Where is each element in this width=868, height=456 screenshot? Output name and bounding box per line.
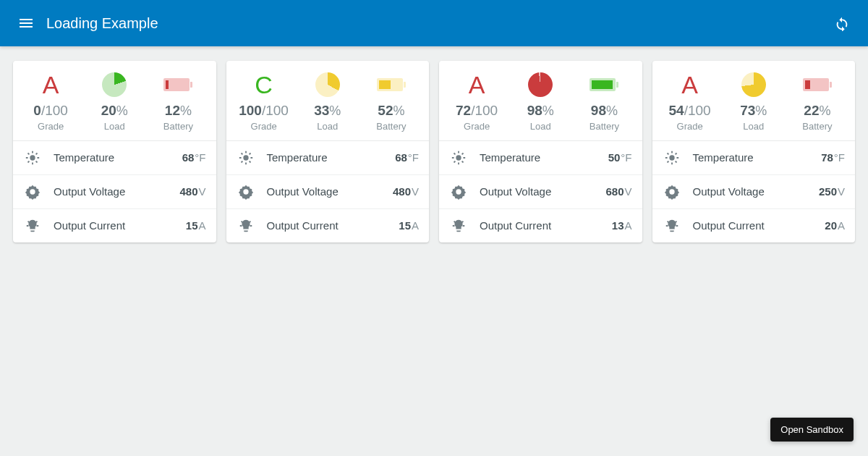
metric-value: 480V bbox=[179, 185, 205, 198]
metric-label: Output Current bbox=[267, 219, 399, 232]
grade-letter-icon: C bbox=[255, 72, 273, 97]
svg-line-25 bbox=[249, 221, 250, 222]
metric-voltage: Output Voltage 680V bbox=[439, 175, 642, 209]
metric-voltage: Output Voltage 250V bbox=[652, 175, 856, 209]
device-card: A 54/100 Grade 73% Load 22% Battery Temp… bbox=[652, 61, 856, 242]
sun-icon bbox=[663, 150, 681, 166]
refresh-icon bbox=[834, 15, 850, 31]
svg-line-5 bbox=[27, 153, 29, 154]
svg-line-8 bbox=[36, 153, 38, 154]
load-value: 73% bbox=[740, 103, 767, 119]
hero-grade: A 0/100 Grade bbox=[19, 71, 82, 132]
metric-value: 13A bbox=[612, 219, 632, 232]
hero-load: 33% Load bbox=[296, 71, 359, 132]
metric-value: 15A bbox=[186, 219, 206, 232]
load-label: Load bbox=[104, 121, 125, 132]
metric-value: 20A bbox=[825, 219, 845, 232]
metric-current: Output Current 13A bbox=[439, 209, 642, 242]
grade-letter-icon: A bbox=[43, 72, 59, 97]
device-card: A 0/100 Grade 20% Load 12% Battery Tempe… bbox=[13, 61, 216, 242]
svg-line-34 bbox=[462, 153, 464, 154]
svg-point-13 bbox=[243, 155, 248, 160]
metric-temperature: Temperature 68°F bbox=[226, 141, 430, 175]
metric-temperature: Temperature 78°F bbox=[652, 141, 856, 175]
refresh-button[interactable] bbox=[827, 9, 856, 38]
battery-label: Battery bbox=[590, 121, 619, 132]
metric-value: 78°F bbox=[821, 151, 845, 164]
grade-value: 54/100 bbox=[669, 103, 711, 119]
menu-icon bbox=[17, 14, 35, 32]
device-card: A 72/100 Grade 98% Load 98% Battery Temp… bbox=[439, 61, 642, 242]
svg-line-31 bbox=[454, 153, 455, 154]
device-card: C 100/100 Grade 33% Load 52% Battery Tem… bbox=[226, 61, 430, 242]
load-label: Load bbox=[743, 121, 764, 132]
load-value: 20% bbox=[101, 103, 128, 119]
svg-line-24 bbox=[241, 221, 242, 222]
svg-line-32 bbox=[462, 161, 464, 162]
card-grid: A 0/100 Grade 20% Load 12% Battery Tempe… bbox=[0, 46, 868, 257]
battery-label: Battery bbox=[802, 121, 832, 132]
hero-battery: 52% Battery bbox=[359, 71, 423, 132]
load-pie-icon bbox=[102, 72, 127, 97]
grade-label: Grade bbox=[677, 121, 703, 132]
battery-icon bbox=[377, 78, 406, 91]
metric-label: Output Voltage bbox=[480, 185, 605, 198]
gear-icon bbox=[237, 184, 255, 200]
sun-icon bbox=[237, 150, 255, 166]
metric-value: 250V bbox=[819, 185, 845, 198]
grade-value: 0/100 bbox=[33, 103, 68, 119]
bulb-icon bbox=[663, 218, 681, 234]
metric-value: 68°F bbox=[395, 151, 419, 164]
battery-value: 52% bbox=[378, 103, 404, 119]
hero-battery: 22% Battery bbox=[786, 71, 849, 132]
load-label: Load bbox=[317, 121, 338, 132]
svg-line-50 bbox=[667, 221, 668, 222]
svg-line-20 bbox=[241, 161, 242, 162]
battery-value: 12% bbox=[165, 103, 192, 119]
hero-battery: 98% Battery bbox=[572, 71, 636, 132]
metric-voltage: Output Voltage 480V bbox=[13, 175, 216, 209]
metric-label: Output Voltage bbox=[267, 185, 393, 198]
svg-line-7 bbox=[27, 161, 29, 162]
hero-row: A 0/100 Grade 20% Load 12% Battery bbox=[13, 61, 216, 141]
metric-temperature: Temperature 68°F bbox=[13, 141, 216, 175]
bulb-icon bbox=[449, 218, 468, 234]
gear-icon bbox=[23, 184, 42, 200]
svg-line-21 bbox=[249, 153, 250, 154]
load-value: 98% bbox=[527, 103, 554, 119]
svg-line-11 bbox=[28, 221, 30, 222]
metric-label: Output Current bbox=[480, 219, 612, 232]
hero-load: 73% Load bbox=[722, 71, 786, 132]
hero-row: C 100/100 Grade 33% Load 52% Battery bbox=[226, 61, 430, 141]
svg-line-47 bbox=[675, 153, 676, 154]
grade-letter-icon: A bbox=[681, 72, 698, 97]
hero-grade: A 72/100 Grade bbox=[445, 71, 509, 132]
grade-label: Grade bbox=[251, 121, 277, 132]
svg-line-12 bbox=[36, 221, 38, 222]
bulb-icon bbox=[237, 218, 255, 234]
battery-label: Battery bbox=[376, 121, 406, 132]
gear-icon bbox=[449, 184, 468, 200]
svg-point-26 bbox=[456, 155, 461, 160]
svg-line-18 bbox=[241, 153, 242, 154]
metric-current: Output Current 15A bbox=[226, 209, 430, 242]
load-pie-icon bbox=[315, 72, 340, 97]
menu-button[interactable] bbox=[12, 9, 41, 38]
metric-label: Temperature bbox=[267, 151, 396, 164]
sun-icon bbox=[23, 150, 42, 166]
battery-value: 22% bbox=[804, 103, 830, 119]
battery-icon bbox=[590, 78, 618, 91]
metric-value: 480V bbox=[393, 185, 419, 198]
grade-value: 72/100 bbox=[456, 103, 498, 119]
svg-line-6 bbox=[36, 161, 38, 162]
grade-letter-icon: A bbox=[469, 72, 485, 97]
metric-voltage: Output Voltage 480V bbox=[226, 175, 430, 209]
svg-point-0 bbox=[30, 155, 35, 160]
metric-label: Temperature bbox=[693, 151, 822, 164]
metric-value: 50°F bbox=[608, 151, 632, 164]
metric-label: Output Voltage bbox=[54, 185, 179, 198]
open-sandbox-button[interactable]: Open Sandbox bbox=[770, 418, 854, 442]
hero-row: A 54/100 Grade 73% Load 22% Battery bbox=[652, 61, 856, 141]
load-label: Load bbox=[530, 121, 551, 132]
hero-row: A 72/100 Grade 98% Load 98% Battery bbox=[439, 61, 642, 141]
